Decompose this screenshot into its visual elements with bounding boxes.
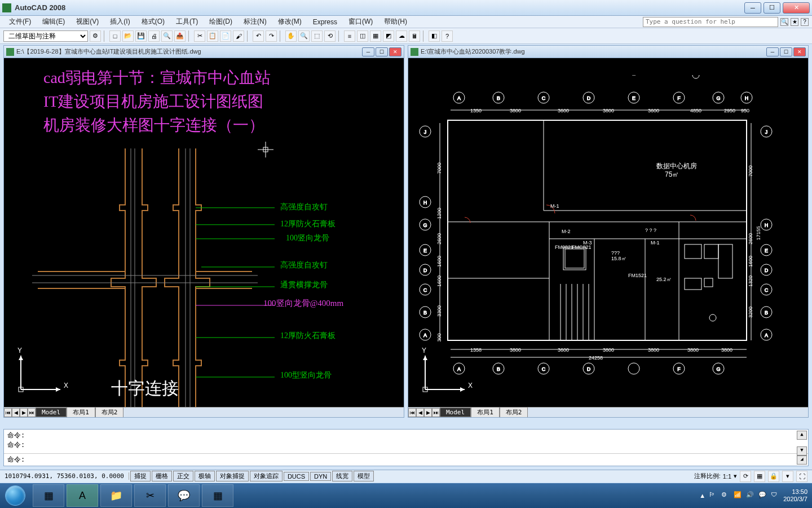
workspace-selector[interactable]: 二维草图与注释 bbox=[3, 30, 88, 42]
mode-ortho[interactable]: 正交 bbox=[173, 471, 193, 481]
task-browser-icon[interactable]: ▦ bbox=[202, 484, 233, 507]
window-minimize-button[interactable]: ─ bbox=[744, 2, 761, 14]
tab-nav-prev[interactable]: ◀ bbox=[416, 408, 424, 417]
menu-insert[interactable]: 插入(I) bbox=[104, 16, 135, 28]
tool-open-icon[interactable]: 📂 bbox=[122, 30, 134, 42]
window-close-button[interactable]: ✕ bbox=[783, 2, 810, 14]
tool-new-icon[interactable]: □ bbox=[109, 30, 121, 42]
tray-sound-icon[interactable]: 🔊 bbox=[746, 491, 755, 500]
tray-shield-icon[interactable]: 🛡 bbox=[771, 491, 780, 500]
toolbar-menu-icon[interactable]: ▾ bbox=[782, 471, 793, 482]
tool-calc-icon[interactable]: 🖩 bbox=[409, 30, 420, 42]
tool-copy-icon[interactable]: 📋 bbox=[207, 30, 218, 42]
mode-dyn[interactable]: DYN bbox=[310, 472, 331, 481]
tool-markup-icon[interactable]: ☁ bbox=[396, 30, 407, 42]
tray-network-icon[interactable]: 📶 bbox=[734, 491, 743, 500]
menu-help[interactable]: 帮助(H) bbox=[378, 16, 413, 28]
menu-dimension[interactable]: 标注(N) bbox=[238, 16, 272, 28]
tool-sheet-icon[interactable]: ◩ bbox=[383, 30, 394, 42]
tool-zoom-prev-icon[interactable]: ⟲ bbox=[324, 30, 336, 42]
tool-redo-icon[interactable]: ↷ bbox=[266, 30, 277, 42]
menu-view[interactable]: 视图(V) bbox=[70, 16, 104, 28]
menu-window[interactable]: 窗口(W) bbox=[343, 16, 378, 28]
menu-draw[interactable]: 绘图(D) bbox=[204, 16, 238, 28]
tab-nav-prev[interactable]: ◀ bbox=[12, 408, 20, 417]
annoauto-icon[interactable]: ▦ bbox=[754, 471, 765, 482]
doc1-tab-layout1[interactable]: 布局1 bbox=[67, 407, 95, 418]
mode-model[interactable]: 模型 bbox=[354, 471, 374, 481]
tab-nav-next[interactable]: ▶ bbox=[20, 408, 28, 417]
doc2-maximize-button[interactable]: ☐ bbox=[780, 47, 792, 56]
task-wechat-icon[interactable]: 💬 bbox=[168, 484, 200, 507]
doc1-close-button[interactable]: ✕ bbox=[389, 47, 401, 56]
mode-otrack[interactable]: 对象追踪 bbox=[250, 471, 283, 481]
menu-express[interactable]: Express bbox=[307, 17, 343, 27]
doc2-title-bar[interactable]: E:\宣城市中心血站20200307教学.dwg ─ ☐ ✕ bbox=[408, 46, 808, 58]
help-star-icon[interactable]: ★ bbox=[791, 18, 798, 26]
tool-cut-icon[interactable]: ✂ bbox=[194, 30, 205, 42]
doc2-viewport[interactable]: A B C D E F G H A B C D E F G bbox=[408, 58, 808, 407]
tool-zoom-window-icon[interactable]: ⬚ bbox=[311, 30, 323, 42]
annotation-scale-value[interactable]: 1:1 bbox=[723, 473, 731, 480]
doc1-viewport[interactable]: cad弱电第十节：宣城市中心血站 IT建设项目机房施工设计图纸图 机房装修大样图… bbox=[4, 58, 404, 407]
doc2-tab-layout2[interactable]: 布局2 bbox=[500, 407, 528, 418]
doc2-tab-layout1[interactable]: 布局1 bbox=[471, 407, 500, 418]
doc2-minimize-button[interactable]: ─ bbox=[766, 47, 779, 56]
mode-polar[interactable]: 极轴 bbox=[195, 471, 215, 481]
command-input[interactable] bbox=[25, 455, 805, 465]
menu-tools[interactable]: 工具(T) bbox=[170, 16, 204, 28]
tool-block-icon[interactable]: ◧ bbox=[429, 30, 440, 42]
annoscale-icon[interactable]: ⟳ bbox=[740, 471, 751, 482]
tray-flag-icon[interactable]: 🏳 bbox=[709, 491, 718, 500]
tool-preview-icon[interactable]: 🔍 bbox=[161, 30, 173, 42]
tab-nav-last[interactable]: ⏭ bbox=[28, 408, 36, 417]
menu-edit[interactable]: 编辑(E) bbox=[37, 16, 70, 28]
task-autocad-icon[interactable]: A bbox=[67, 484, 98, 507]
doc1-minimize-button[interactable]: ─ bbox=[362, 47, 374, 56]
tool-publish-icon[interactable]: 📤 bbox=[174, 30, 186, 42]
tool-designcenter-icon[interactable]: ◫ bbox=[357, 30, 368, 42]
tab-nav-last[interactable]: ⏭ bbox=[432, 408, 440, 417]
tray-chat-icon[interactable]: 💬 bbox=[758, 491, 767, 500]
task-screenshot-icon[interactable]: ✂ bbox=[134, 484, 166, 507]
tool-pan-icon[interactable]: ✋ bbox=[285, 30, 297, 42]
tool-print-icon[interactable]: 🖨 bbox=[148, 30, 160, 42]
doc2-close-button[interactable]: ✕ bbox=[793, 47, 806, 56]
tool-zoom-icon[interactable]: 🔍 bbox=[298, 30, 310, 42]
cmd-scroll-grip[interactable]: ◢ bbox=[797, 456, 807, 465]
tool-toolpalette-icon[interactable]: ▦ bbox=[370, 30, 381, 42]
help-search-icon[interactable]: 🔍 bbox=[780, 18, 788, 26]
task-explorer-icon[interactable]: ▦ bbox=[33, 484, 64, 507]
tool-gear-icon[interactable]: ⚙ bbox=[90, 30, 101, 42]
doc1-tab-layout2[interactable]: 布局2 bbox=[95, 407, 124, 418]
tray-gear-icon[interactable]: ⚙ bbox=[721, 491, 730, 500]
mode-osnap[interactable]: 对象捕捉 bbox=[216, 471, 249, 481]
tool-save-icon[interactable]: 💾 bbox=[135, 30, 147, 42]
doc2-tab-model[interactable]: Model bbox=[440, 408, 471, 417]
cmd-scroll-down[interactable]: ▼ bbox=[797, 446, 807, 456]
cmd-scroll-up[interactable]: ▲ bbox=[797, 431, 807, 440]
window-maximize-button[interactable]: ☐ bbox=[764, 2, 780, 14]
task-folder-icon[interactable]: 📁 bbox=[100, 484, 132, 507]
doc1-tab-model[interactable]: Model bbox=[36, 408, 67, 417]
doc1-title-bar[interactable]: E:\【2019-6-28】宣城市中心血站IT建设项目机房施工设计图纸.dwg … bbox=[4, 46, 404, 58]
menu-modify[interactable]: 修改(M) bbox=[272, 16, 307, 28]
doc1-maximize-button[interactable]: ☐ bbox=[376, 47, 388, 56]
tray-arrow-icon[interactable]: ▲ bbox=[699, 492, 705, 499]
mode-snap[interactable]: 捕捉 bbox=[130, 471, 151, 481]
help-help-icon[interactable]: ? bbox=[801, 18, 809, 26]
menu-format[interactable]: 格式(O) bbox=[136, 16, 170, 28]
cleanscreen-icon[interactable]: ⛶ bbox=[796, 471, 807, 482]
tab-nav-first[interactable]: ⏮ bbox=[408, 408, 416, 417]
mode-grid[interactable]: 栅格 bbox=[152, 471, 172, 481]
workspace-lock-icon[interactable]: 🔒 bbox=[768, 471, 779, 482]
coordinates-display[interactable]: 1010794.0931, 75360.0103, 0.0000 bbox=[0, 472, 129, 480]
tool-properties-icon[interactable]: ≡ bbox=[344, 30, 355, 42]
menu-file[interactable]: 文件(F) bbox=[3, 16, 37, 28]
tray-clock[interactable]: 13:50 2020/3/7 bbox=[783, 488, 807, 503]
start-button[interactable] bbox=[0, 483, 30, 508]
mode-ducs[interactable]: DUCS bbox=[284, 472, 309, 481]
tab-nav-next[interactable]: ▶ bbox=[424, 408, 432, 417]
tool-help2-icon[interactable]: ? bbox=[442, 30, 453, 42]
tool-match-icon[interactable]: 🖌 bbox=[233, 30, 244, 42]
